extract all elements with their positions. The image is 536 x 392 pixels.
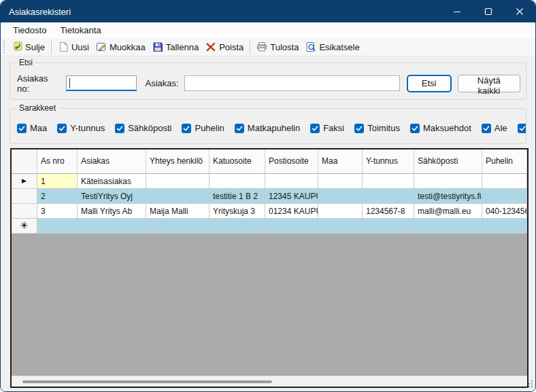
grid-header-y-tunnus[interactable]: Y-tunnus: [363, 149, 414, 174]
grid-header-maa[interactable]: Maa: [318, 149, 363, 174]
show-all-button[interactable]: Näytä kaikki: [458, 75, 520, 92]
grid-header-katuosoite[interactable]: Katuosoite: [210, 149, 265, 174]
grid-cell[interactable]: 12345 KAUPUNKI: [265, 189, 318, 204]
row-selector[interactable]: ▶: [12, 174, 37, 189]
grid-cell[interactable]: testi@testiyritys.fi: [414, 189, 482, 204]
toolbar-button-muokkaa[interactable]: Muokkaa: [93, 39, 149, 54]
grid-cell[interactable]: 01234 KAUPUNKI: [265, 204, 318, 219]
grid-cell[interactable]: [318, 204, 363, 219]
columns-group-label: Sarakkeet: [16, 103, 58, 113]
toolbar-button-label: Tallenna: [166, 42, 199, 52]
grid-cell[interactable]: [363, 189, 414, 204]
grid-cell[interactable]: malli@malli.eu: [414, 204, 482, 219]
grid-cell[interactable]: [318, 189, 363, 204]
toolbar-button-esikatsele[interactable]: Esikatsele: [302, 39, 363, 54]
row-selector[interactable]: [12, 219, 37, 234]
columns-group: Sarakkeet MaaY-tunnusSähköpostiPuhelinMa…: [10, 108, 526, 144]
grid-cell[interactable]: [146, 174, 210, 189]
grid-cell[interactable]: [414, 174, 482, 189]
toolbar-button-sulje[interactable]: Sulje: [8, 39, 48, 54]
grid-cell[interactable]: 1: [37, 174, 78, 189]
column-checkbox-maksuehdot[interactable]: Maksuehdot: [410, 123, 471, 133]
grid-cell[interactable]: [363, 174, 414, 189]
current-row-arrow-icon: ▶: [22, 178, 27, 184]
grid-header-puhelin[interactable]: Puhelin: [482, 149, 527, 174]
app-window: Asiakasrekisteri TiedostoTietokanta Sulj…: [0, 0, 536, 392]
columns-checkbox-row: MaaY-tunnusSähköpostiPuhelinMatkapuhelin…: [10, 109, 526, 143]
column-checkbox-sähköposti[interactable]: Sähköposti: [115, 123, 171, 133]
grid-cell[interactable]: Malli Yritys Ab: [78, 204, 146, 219]
close-button[interactable]: [504, 1, 535, 22]
row-selector[interactable]: [12, 204, 37, 219]
horizontal-scrollbar[interactable]: [12, 376, 527, 387]
toolbar-button-tulosta[interactable]: Tulosta: [253, 39, 302, 54]
grid-cell[interactable]: [318, 174, 363, 189]
grid-header-as-nro[interactable]: As nro: [37, 149, 78, 174]
grid-header-postiosoite[interactable]: Postiosoite: [265, 149, 318, 174]
grid-cell[interactable]: 1234567-8: [363, 204, 414, 219]
grid-cell[interactable]: 040-1234567: [482, 204, 527, 219]
checkbox-checked-icon: [482, 124, 491, 133]
checkbox-label: Matkapuhelin: [248, 123, 300, 133]
toolbar-separator: [250, 40, 250, 54]
customer-input[interactable]: [184, 75, 400, 91]
preview-icon: [305, 41, 316, 52]
toolbar-button-label: Poista: [219, 42, 244, 52]
grid-cell[interactable]: Yrityskuja 3: [210, 204, 265, 219]
grid-body: ▶1Käteisasiakas2TestiYritys Oyjtestitie …: [12, 174, 527, 234]
grid-cell[interactable]: [265, 219, 318, 234]
grid-cell[interactable]: [210, 174, 265, 189]
search-button[interactable]: Etsi: [407, 75, 452, 92]
row-selector[interactable]: [12, 189, 37, 204]
grid-header-selector[interactable]: [12, 149, 37, 174]
grid-cell[interactable]: [363, 219, 414, 234]
grid-cell[interactable]: [482, 219, 527, 234]
grid-cell[interactable]: [482, 189, 527, 204]
toolbar-grip[interactable]: [3, 41, 6, 53]
toolbar-button-tallenna[interactable]: Tallenna: [149, 39, 202, 54]
grid-header-row: As nroAsiakasYhteys henkilöKatuosoitePos…: [12, 149, 527, 174]
column-checkbox-y-tunnus[interactable]: Y-tunnus: [57, 123, 105, 133]
grid-header-s-hk-posti[interactable]: Sähköposti: [414, 149, 482, 174]
grid-cell[interactable]: Käteisasiakas: [78, 174, 146, 189]
column-checkbox-matkapuhelin[interactable]: Matkapuhelin: [235, 123, 300, 133]
scrollbar-thumb[interactable]: [22, 380, 272, 383]
menu-item-tiedosto[interactable]: Tiedosto: [6, 24, 53, 37]
column-checkbox-muistio[interactable]: Muistio: [518, 123, 526, 133]
minimize-button[interactable]: [441, 1, 473, 22]
grid-cell[interactable]: [414, 219, 482, 234]
grid-cell[interactable]: testitie 1 B 2: [210, 189, 265, 204]
grid-cell[interactable]: [78, 219, 146, 234]
toolbar-button-label: Tulosta: [270, 42, 299, 52]
grid-cell[interactable]: 2: [37, 189, 78, 204]
grid-cell[interactable]: [482, 174, 527, 189]
column-checkbox-toimitus[interactable]: Toimitus: [354, 123, 400, 133]
grid-cell[interactable]: Maija Malli: [146, 204, 210, 219]
menu-item-tietokanta[interactable]: Tietokanta: [53, 24, 107, 37]
grid-header-asiakas[interactable]: Asiakas: [78, 149, 146, 174]
customer-no-input[interactable]: [66, 75, 137, 91]
new-document-icon: [58, 41, 69, 52]
menu-bar: TiedostoTietokanta: [1, 22, 535, 38]
column-checkbox-puhelin[interactable]: Puhelin: [182, 123, 224, 133]
grid-cell[interactable]: [210, 219, 265, 234]
toolbar-button-poista[interactable]: Poista: [202, 39, 247, 54]
grid-cell[interactable]: [265, 174, 318, 189]
column-checkbox-faksi[interactable]: Faksi: [310, 123, 344, 133]
grid-cell[interactable]: [318, 219, 363, 234]
resize-grip-icon[interactable]: [526, 378, 533, 390]
column-checkbox-ale[interactable]: Ale: [482, 123, 507, 133]
grid-cell[interactable]: [146, 189, 210, 204]
grid-cell[interactable]: 3: [37, 204, 78, 219]
search-group-label: Etsi: [16, 58, 35, 67]
grid-cell[interactable]: [146, 219, 210, 234]
save-icon: [152, 41, 163, 52]
grid-data-row: ▶1Käteisasiakas: [12, 174, 527, 189]
grid-header-yhteys-henkil-[interactable]: Yhteys henkilö: [146, 149, 210, 174]
grid-cell[interactable]: TestiYritys Oyj: [78, 189, 146, 204]
column-checkbox-maa[interactable]: Maa: [17, 123, 47, 133]
checkbox-label: Faksi: [323, 123, 344, 133]
grid-cell[interactable]: [37, 219, 78, 234]
maximize-button[interactable]: [473, 1, 504, 22]
toolbar-button-uusi[interactable]: Uusi: [54, 39, 93, 54]
